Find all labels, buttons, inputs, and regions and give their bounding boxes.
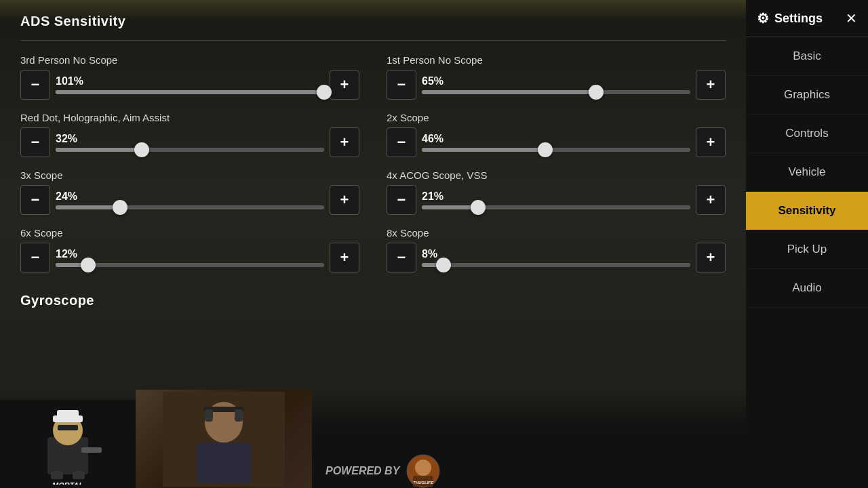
slider-fill-1st-person-no-scope — [422, 90, 596, 94]
slider-row-2x-scope: −46%+ — [387, 127, 726, 157]
btn-minus-4x-acog[interactable]: − — [387, 185, 416, 215]
mortal-mascot-icon: MORTAL — [27, 403, 108, 485]
btn-plus-1st-person-no-scope[interactable]: + — [696, 70, 726, 100]
btn-plus-6x-scope[interactable]: + — [330, 243, 359, 272]
powered-by-text: POWERED BY — [326, 465, 399, 477]
slider-fill-3x-scope — [56, 205, 120, 209]
svg-rect-6 — [51, 471, 63, 479]
slider-track-4x-acog[interactable] — [422, 205, 690, 209]
btn-minus-3x-scope[interactable]: − — [20, 185, 50, 215]
section-divider — [20, 40, 726, 41]
gear-icon: ⚙ — [757, 10, 769, 26]
settings-label: Settings — [774, 12, 823, 26]
slider-thumb-3x-scope[interactable] — [113, 200, 127, 215]
slider-group-red-dot: Red Dot, Holographic, Aim Assist−32%+ — [20, 112, 359, 157]
slider-thumb-1st-person-no-scope[interactable] — [589, 85, 604, 100]
slider-thumb-8x-scope[interactable] — [436, 258, 451, 272]
slider-group-1st-person-no-scope: 1st Person No Scope−65%+ — [387, 54, 726, 100]
slider-container-3x-scope: 24% — [56, 190, 324, 209]
slider-row-3rd-person-no-scope: −101%+ — [20, 70, 359, 100]
slider-row-red-dot: −32%+ — [20, 127, 359, 157]
btn-plus-8x-scope[interactable]: + — [696, 243, 726, 272]
btn-plus-4x-acog[interactable]: + — [696, 185, 726, 215]
slider-label-1st-person-no-scope: 1st Person No Scope — [387, 54, 726, 66]
sidebar-header-title: ⚙ Settings — [757, 10, 823, 26]
gyroscope-section: Gyroscope — [20, 293, 726, 308]
sidebar-item-basic[interactable]: Basic — [746, 37, 868, 76]
svg-rect-14 — [235, 409, 243, 422]
settings-content: ADS Sensitivity 3rd Person No Scope−101%… — [0, 0, 746, 333]
slider-label-8x-scope: 8x Scope — [387, 227, 726, 239]
sidebar-item-graphics[interactable]: Graphics — [746, 76, 868, 115]
slider-row-4x-acog: −21%+ — [387, 185, 726, 215]
slider-label-3rd-person-no-scope: 3rd Person No Scope — [20, 54, 359, 66]
slider-group-3x-scope: 3x Scope−24%+ — [20, 169, 359, 215]
webcam-person-icon — [163, 392, 285, 487]
slider-container-6x-scope: 12% — [56, 248, 324, 267]
sidebar-item-sensitivity[interactable]: Sensitivity — [746, 192, 868, 230]
slider-thumb-red-dot[interactable] — [134, 142, 149, 157]
btn-minus-3rd-person-no-scope[interactable]: − — [20, 70, 50, 100]
btn-plus-2x-scope[interactable]: + — [696, 127, 726, 157]
sidebar-item-controls[interactable]: Controls — [746, 115, 868, 153]
sidebar-item-vehicle[interactable]: Vehicle — [746, 153, 868, 192]
slider-track-1st-person-no-scope[interactable] — [422, 90, 690, 94]
sidebar-item-pickup[interactable]: Pick Up — [746, 230, 868, 269]
slider-row-3x-scope: −24%+ — [20, 185, 359, 215]
slider-row-8x-scope: −8%+ — [387, 243, 726, 272]
btn-minus-red-dot[interactable]: − — [20, 127, 50, 157]
slider-thumb-2x-scope[interactable] — [538, 142, 553, 157]
slider-track-3rd-person-no-scope[interactable] — [56, 90, 324, 94]
svg-rect-11 — [197, 443, 251, 483]
close-button[interactable]: ✕ — [846, 10, 857, 26]
slider-fill-red-dot — [56, 148, 142, 152]
slider-value-2x-scope: 46% — [422, 133, 690, 145]
svg-rect-3 — [57, 410, 79, 418]
slider-track-red-dot[interactable] — [56, 148, 324, 152]
slider-value-6x-scope: 12% — [56, 248, 324, 260]
btn-minus-8x-scope[interactable]: − — [387, 243, 416, 272]
slider-thumb-3rd-person-no-scope[interactable] — [317, 85, 332, 100]
slider-value-4x-acog: 21% — [422, 190, 690, 203]
sidebar: ⚙ Settings ✕ BasicGraphicsControlsVehicl… — [746, 0, 868, 488]
slider-label-3x-scope: 3x Scope — [20, 169, 359, 181]
svg-point-16 — [415, 460, 431, 476]
mortal-logo: MORTAL — [0, 400, 136, 488]
powered-by-section: POWERED BY THUGLIFE — [312, 454, 454, 488]
slider-label-6x-scope: 6x Scope — [20, 227, 359, 239]
slider-container-4x-acog: 21% — [422, 190, 690, 209]
btn-plus-3rd-person-no-scope[interactable]: + — [330, 70, 359, 100]
slider-group-6x-scope: 6x Scope−12%+ — [20, 227, 359, 272]
webcam-placeholder — [136, 390, 312, 488]
slider-container-3rd-person-no-scope: 101% — [56, 75, 324, 94]
slider-thumb-6x-scope[interactable] — [81, 258, 96, 272]
svg-rect-13 — [205, 409, 213, 422]
svg-text:THUGLIFE: THUGLIFE — [413, 481, 434, 485]
section-title: ADS Sensitivity — [20, 14, 726, 29]
btn-plus-3x-scope[interactable]: + — [330, 185, 359, 215]
slider-track-8x-scope[interactable] — [422, 263, 690, 267]
slider-track-3x-scope[interactable] — [56, 205, 324, 209]
sidebar-item-audio[interactable]: Audio — [746, 269, 868, 308]
slider-track-2x-scope[interactable] — [422, 148, 690, 152]
slider-container-2x-scope: 46% — [422, 133, 690, 152]
svg-text:MORTAL: MORTAL — [52, 481, 83, 485]
slider-container-8x-scope: 8% — [422, 248, 690, 267]
slider-thumb-4x-acog[interactable] — [471, 200, 486, 215]
btn-minus-2x-scope[interactable]: − — [387, 127, 416, 157]
btn-minus-6x-scope[interactable]: − — [20, 243, 50, 272]
svg-rect-5 — [81, 447, 102, 453]
slider-group-4x-acog: 4x ACOG Scope, VSS−21%+ — [387, 169, 726, 215]
svg-rect-7 — [73, 471, 85, 479]
slider-row-6x-scope: −12%+ — [20, 243, 359, 272]
btn-minus-1st-person-no-scope[interactable]: − — [387, 70, 416, 100]
slider-fill-2x-scope — [422, 148, 545, 152]
slider-track-6x-scope[interactable] — [56, 263, 324, 267]
sidebar-items: BasicGraphicsControlsVehicleSensitivityP… — [746, 37, 868, 488]
slider-group-8x-scope: 8x Scope−8%+ — [387, 227, 726, 272]
btn-plus-red-dot[interactable]: + — [330, 127, 359, 157]
sidebar-header: ⚙ Settings ✕ — [746, 0, 868, 37]
webcam-box — [136, 390, 312, 488]
slider-value-8x-scope: 8% — [422, 248, 690, 260]
slider-value-red-dot: 32% — [56, 133, 324, 145]
